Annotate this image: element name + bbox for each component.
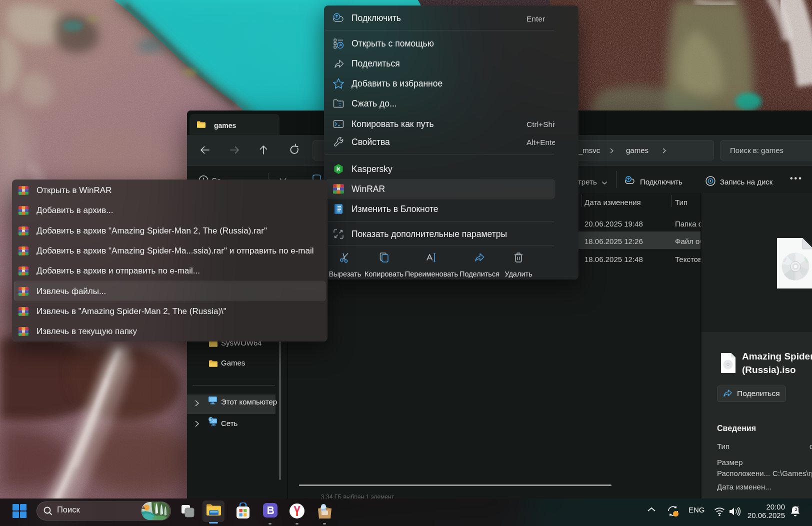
svg-text:z: z — [797, 506, 799, 509]
